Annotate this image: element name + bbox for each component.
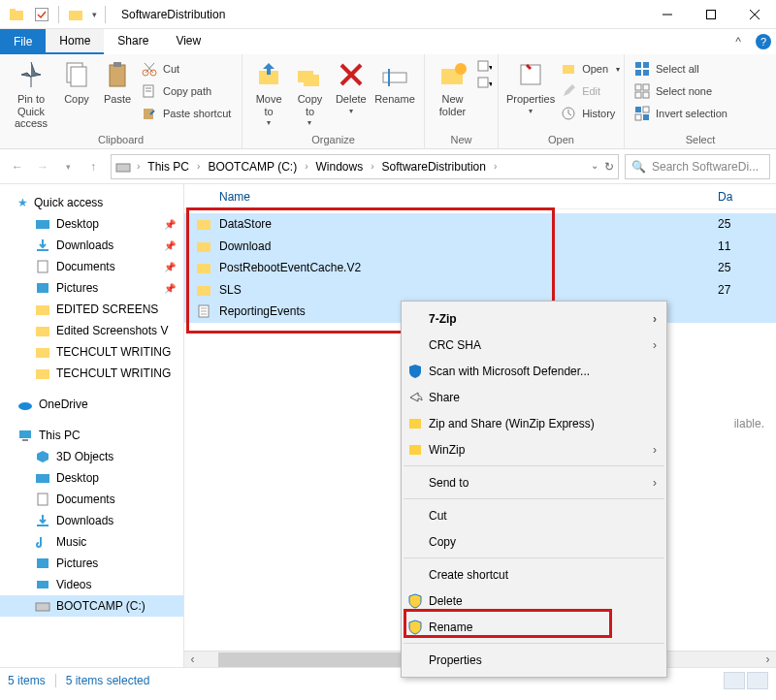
nav-bootcamp[interactable]: BOOTCAMP (C:) (0, 595, 183, 617)
history-button[interactable]: History (557, 104, 624, 123)
list-item[interactable]: PostRebootEventCache.V225 (184, 257, 776, 279)
nav-downloads2[interactable]: Downloads (0, 510, 183, 531)
paste-shortcut-button[interactable]: Paste shortcut (138, 104, 235, 123)
forward-button[interactable]: → (31, 155, 54, 178)
large-icons-view-icon[interactable] (747, 672, 768, 689)
ctx-create-shortcut[interactable]: Create shortcut (402, 561, 666, 588)
list-item[interactable]: SLS27 (184, 279, 776, 302)
folder-icon (196, 216, 211, 232)
nav-desktop2[interactable]: Desktop (0, 467, 183, 489)
copy-to-button[interactable]: Copy to▾ (289, 57, 330, 129)
delete-button[interactable]: Delete▾ (331, 57, 372, 117)
new-folder-button[interactable]: New folder (431, 57, 474, 119)
up-button[interactable]: ↑ (81, 155, 105, 178)
ctx-delete[interactable]: Delete (402, 588, 666, 614)
rename-button[interactable]: Rename (372, 57, 418, 108)
shield-admin-icon (407, 620, 423, 635)
svg-rect-53 (36, 348, 49, 358)
crumb-windows[interactable]: Windows (314, 160, 366, 174)
cut-button[interactable]: Cut (138, 59, 235, 79)
organize-group-label: Organize (242, 134, 424, 148)
column-date[interactable]: Da (718, 190, 776, 204)
nav-pictures[interactable]: Pictures📌 (0, 277, 183, 299)
svg-rect-54 (36, 369, 49, 379)
clipboard-group-label: Clipboard (0, 134, 242, 148)
ctx-7zip[interactable]: 7-Zip› (402, 305, 666, 332)
nav-downloads[interactable]: Downloads📌 (0, 235, 183, 256)
crumb-thispc[interactable]: This PC (146, 160, 191, 174)
recent-locations-button[interactable]: ▾ (56, 155, 80, 178)
ctx-crcsha[interactable]: CRC SHA› (402, 332, 666, 358)
pin-quick-access-button[interactable]: Pin to Quick access (6, 57, 56, 132)
nav-desktop[interactable]: Desktop📌 (0, 213, 183, 235)
details-view-icon[interactable] (724, 672, 745, 689)
nav-onedrive[interactable]: OneDrive (0, 394, 183, 415)
crumb-softwaredist[interactable]: SoftwareDistribution (380, 160, 488, 174)
svg-rect-32 (563, 65, 574, 74)
ctx-winzip[interactable]: WinZip› (402, 436, 666, 462)
copy-button[interactable]: Copy (56, 57, 97, 108)
copy-path-button[interactable]: Copy path (138, 81, 235, 101)
nav-techcult2[interactable]: TECHCULT WRITING (0, 363, 183, 384)
ctx-zipshare[interactable]: Zip and Share (WinZip Express) (402, 410, 666, 436)
select-none-button[interactable]: Select none (630, 81, 731, 101)
svg-rect-35 (643, 62, 649, 68)
checkbox-icon[interactable] (33, 6, 50, 23)
open-group-label: Open (499, 134, 624, 148)
address-bar[interactable]: › This PC› BOOTCAMP (C:)› Windows› Softw… (111, 154, 619, 179)
quick-access[interactable]: ★Quick access (0, 192, 183, 213)
share-tab[interactable]: Share (104, 29, 162, 54)
search-box[interactable]: 🔍 Search SoftwareDi... (625, 154, 770, 179)
maximize-button[interactable] (689, 0, 732, 29)
nav-videos[interactable]: Videos (0, 574, 183, 595)
home-tab[interactable]: Home (46, 29, 104, 54)
easy-access-icon[interactable]: ▾ (476, 76, 492, 89)
crumb-bootcamp[interactable]: BOOTCAMP (C:) (206, 160, 299, 174)
navigation-pane[interactable]: ★Quick access Desktop📌 Downloads📌 Docume… (0, 184, 184, 667)
nav-edited-screens[interactable]: EDITED SCREENS (0, 299, 183, 320)
open-button[interactable]: Open▾ (557, 59, 624, 79)
svg-rect-37 (643, 70, 649, 76)
nav-techcult[interactable]: TECHCULT WRITING (0, 341, 183, 363)
ctx-defender[interactable]: Scan with Microsoft Defender... (402, 358, 666, 384)
ctx-cut[interactable]: Cut (402, 502, 666, 528)
back-button[interactable]: ← (6, 155, 29, 178)
svg-rect-9 (71, 67, 86, 86)
select-all-button[interactable]: Select all (630, 59, 731, 79)
help-button[interactable]: ? (751, 29, 776, 54)
column-name[interactable]: Name (217, 190, 718, 204)
nav-music[interactable]: Music (0, 531, 183, 553)
nav-3dobjects[interactable]: 3D Objects (0, 446, 183, 467)
nav-pictures2[interactable]: Pictures (0, 553, 183, 574)
collapse-ribbon-icon[interactable]: ^ (726, 29, 751, 54)
nav-edited-screens2[interactable]: Edited Screenshots V (0, 320, 183, 341)
ctx-share[interactable]: Share (402, 384, 666, 410)
move-to-button[interactable]: Move to▾ (248, 57, 289, 129)
address-dropdown-icon[interactable]: ⌄ (591, 160, 598, 174)
view-tab[interactable]: View (162, 29, 214, 54)
ctx-copy[interactable]: Copy (402, 528, 666, 555)
properties-button[interactable]: Properties▾ (504, 57, 557, 117)
svg-rect-56 (19, 430, 31, 438)
list-item[interactable]: DataStore25 (184, 213, 776, 236)
window-title: SoftwareDistribution (113, 8, 225, 21)
refresh-icon[interactable]: ↻ (604, 160, 614, 174)
nav-thispc[interactable]: This PC (0, 425, 183, 446)
column-headers[interactable]: Name Da (184, 184, 776, 209)
file-tab[interactable]: File (0, 29, 46, 54)
svg-rect-65 (197, 242, 210, 252)
nav-documents2[interactable]: Documents (0, 489, 183, 510)
close-button[interactable] (732, 0, 776, 29)
qat-dropdown[interactable]: ▾ (92, 10, 97, 19)
edit-button[interactable]: Edit (557, 81, 624, 101)
shield-admin-icon (407, 593, 423, 609)
ctx-sendto[interactable]: Send to› (402, 469, 666, 495)
nav-documents[interactable]: Documents📌 (0, 256, 183, 277)
minimize-button[interactable] (645, 0, 689, 29)
invert-selection-button[interactable]: Invert selection (630, 104, 731, 123)
ctx-rename[interactable]: Rename (402, 614, 666, 640)
new-item-icon[interactable]: ▾ (476, 59, 492, 73)
paste-button[interactable]: Paste (97, 57, 138, 108)
list-item[interactable]: Download11 (184, 236, 776, 258)
ctx-properties[interactable]: Properties (402, 647, 666, 673)
